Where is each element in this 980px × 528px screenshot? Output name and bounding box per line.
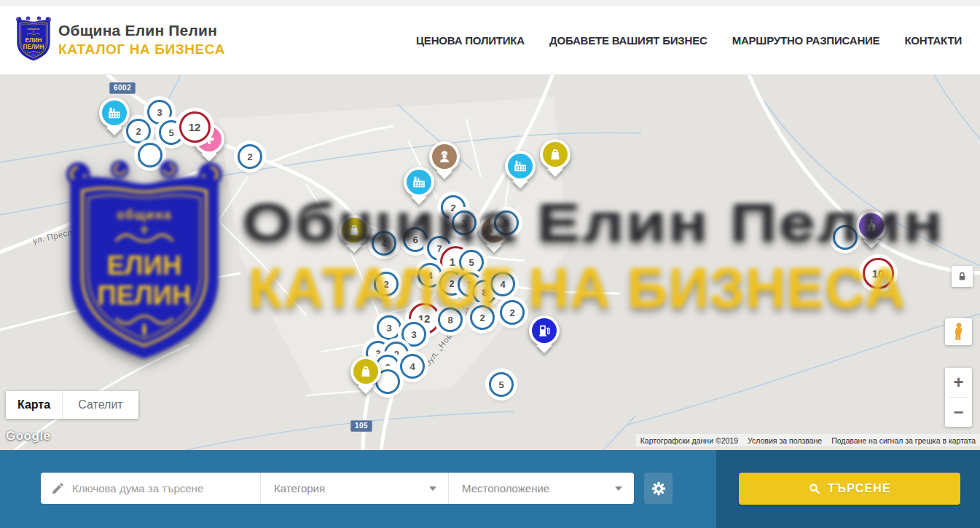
map-attribution: Картографски данни ©2019 Условия за полз… bbox=[636, 434, 980, 446]
cluster-marker[interactable]: 4 bbox=[418, 263, 442, 288]
site-subtitle: КАТАЛОГ НА БИЗНЕСА bbox=[58, 42, 225, 58]
attribution-report-link[interactable]: Подаване на сигнал за грешка в картата bbox=[831, 436, 976, 445]
zoom-out-button[interactable]: − bbox=[945, 398, 972, 427]
map-type-control: Карта Сателит bbox=[6, 391, 138, 419]
top-strip bbox=[0, 0, 980, 6]
cluster-marker[interactable]: 3 bbox=[401, 322, 426, 347]
lock-control[interactable] bbox=[952, 266, 973, 287]
cluster-marker[interactable] bbox=[138, 143, 162, 168]
pegman-icon bbox=[951, 322, 967, 342]
cluster-marker[interactable]: 4 bbox=[490, 272, 515, 296]
page: община ЕЛИН ПЕЛИН Община Елин Пелин КАТА… bbox=[0, 0, 980, 528]
chevron-down-icon bbox=[429, 486, 436, 491]
svg-text:ПЕЛИН: ПЕЛИН bbox=[23, 44, 44, 50]
cluster-marker[interactable]: 4 bbox=[400, 354, 425, 379]
location-select-label: Местоположение bbox=[462, 482, 549, 494]
cluster-marker[interactable]: 4 bbox=[372, 231, 396, 256]
bag-pin[interactable] bbox=[540, 139, 571, 170]
search-bar: Категория Местоположение bbox=[41, 473, 634, 504]
nav-contacts[interactable]: КОНТАКТИ bbox=[904, 34, 962, 47]
chevron-down-icon bbox=[615, 486, 622, 491]
zoom-control: + − bbox=[945, 368, 972, 427]
search-button[interactable]: ТЪРСЕНЕ bbox=[739, 473, 960, 505]
worker-pin[interactable] bbox=[429, 141, 460, 172]
cluster-marker[interactable]: 3 bbox=[452, 210, 477, 235]
cluster-marker[interactable]: 2 bbox=[470, 305, 495, 330]
search-section: Категория Местоположение ТЪРСЕНЕ bbox=[0, 450, 980, 528]
keyword-field bbox=[41, 473, 261, 504]
gear-icon bbox=[651, 481, 666, 496]
attribution-copyright: Картографски данни ©2019 bbox=[640, 436, 738, 445]
cluster-marker[interactable]: 2 bbox=[126, 119, 151, 143]
pencil-icon bbox=[51, 481, 65, 495]
church-pin[interactable] bbox=[856, 210, 887, 241]
bag-pin[interactable] bbox=[350, 356, 381, 387]
cluster-marker[interactable]: 12 bbox=[179, 111, 211, 143]
location-select[interactable]: Местоположение bbox=[449, 473, 634, 504]
bag-pin[interactable] bbox=[339, 215, 369, 245]
factory-pin[interactable] bbox=[404, 167, 434, 197]
search-button-label: ТЪРСЕНЕ bbox=[828, 482, 891, 495]
map-type-satellite-button[interactable]: Сателит bbox=[63, 391, 138, 419]
cluster-marker[interactable]: 5 bbox=[489, 372, 514, 397]
fuel-pin[interactable] bbox=[529, 315, 560, 346]
category-select-label: Категория bbox=[274, 482, 325, 494]
advanced-search-button[interactable] bbox=[644, 473, 673, 504]
cluster-marker[interactable]: 6 bbox=[403, 227, 428, 252]
search-icon bbox=[808, 482, 821, 495]
cluster-marker[interactable]: 5 bbox=[459, 250, 484, 275]
svg-text:община: община bbox=[28, 27, 40, 31]
lock-icon bbox=[957, 271, 968, 282]
attribution-terms-link[interactable]: Условия за ползване bbox=[748, 436, 822, 445]
factory-pin[interactable] bbox=[99, 98, 130, 128]
cluster-marker[interactable]: 8 bbox=[438, 307, 463, 332]
nav-pricing[interactable]: ЦЕНОВА ПОЛИТИКА bbox=[416, 34, 525, 47]
category-select[interactable]: Категория bbox=[261, 473, 449, 504]
cluster-marker[interactable]: 5 bbox=[494, 210, 519, 235]
cluster-marker[interactable] bbox=[833, 225, 858, 250]
cluster-marker[interactable]: 2 bbox=[374, 272, 399, 296]
cluster-marker[interactable]: 2 bbox=[500, 300, 525, 325]
site-logo[interactable]: община ЕЛИН ПЕЛИН bbox=[15, 16, 52, 63]
cluster-marker[interactable]: 3 bbox=[377, 315, 401, 340]
zoom-in-button[interactable]: + bbox=[945, 368, 972, 397]
map-canvas[interactable]: 6002105ул. Преславбул. „Новоселци“ции325… bbox=[0, 75, 980, 450]
site-title: Община Елин Пелин bbox=[58, 22, 225, 39]
map-type-map-button[interactable]: Карта bbox=[6, 391, 63, 419]
pegman-control[interactable] bbox=[945, 318, 972, 345]
map-markers: 32512223564713542278421282333834510 bbox=[0, 75, 980, 450]
keyword-input[interactable] bbox=[72, 482, 251, 494]
title-block: Община Елин Пелин КАТАЛОГ НА БИЗНЕСА bbox=[58, 22, 225, 58]
factory-pin[interactable] bbox=[505, 151, 536, 181]
cluster-marker[interactable]: 2 bbox=[238, 144, 262, 169]
google-logo[interactable]: Google bbox=[6, 429, 51, 444]
main-nav: ЦЕНОВА ПОЛИТИКА ДОБАВЕТЕ ВАШИЯТ БИЗНЕС М… bbox=[416, 6, 962, 75]
nav-route-schedule[interactable]: МАРШРУТНО РАЗПИСАНИЕ bbox=[732, 34, 880, 47]
header: община ЕЛИН ПЕЛИН Община Елин Пелин КАТА… bbox=[0, 6, 980, 75]
svg-text:ЕЛИН: ЕЛИН bbox=[26, 37, 42, 44]
cluster-marker[interactable]: 10 bbox=[863, 258, 894, 289]
nav-add-business[interactable]: ДОБАВЕТЕ ВАШИЯТ БИЗНЕС bbox=[549, 34, 707, 47]
